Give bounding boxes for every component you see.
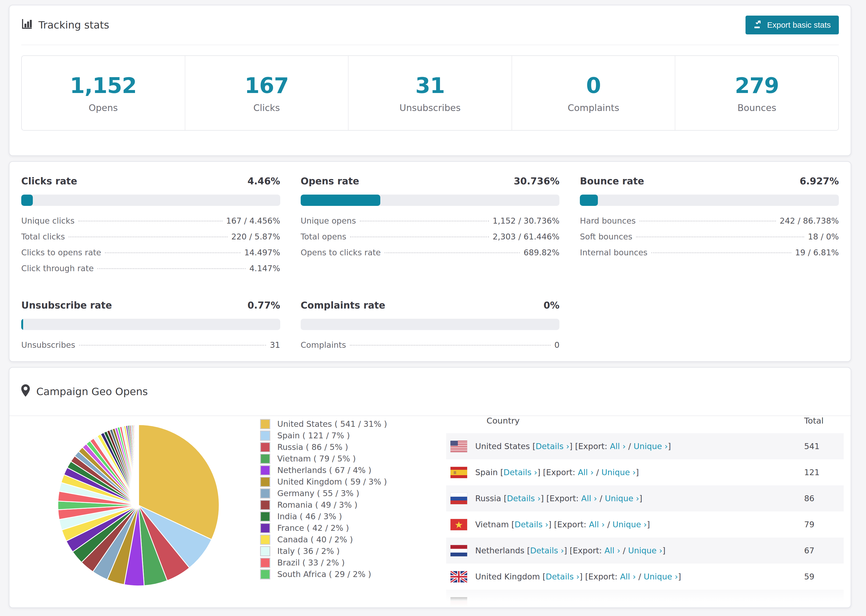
details-link[interactable]: Details › bbox=[504, 468, 537, 477]
summary-tile-unsubscribes: 31Unsubscribes bbox=[348, 56, 512, 130]
legend-swatch bbox=[260, 558, 270, 568]
details-link[interactable]: Details › bbox=[507, 494, 541, 503]
bracket: ] [ bbox=[569, 442, 578, 451]
rate-row-label: Total opens bbox=[301, 232, 346, 241]
slash: / bbox=[636, 572, 644, 581]
dotted-leader bbox=[79, 345, 266, 346]
details-link[interactable]: Details › bbox=[546, 572, 579, 581]
dotted-leader bbox=[350, 345, 551, 346]
total-column-header: Total bbox=[804, 416, 844, 426]
complaints-rate-bar bbox=[301, 319, 560, 330]
map-pin-icon bbox=[21, 384, 30, 399]
rate-row-label: Hard bounces bbox=[580, 216, 636, 225]
legend-swatch bbox=[260, 419, 270, 429]
legend-swatch bbox=[260, 523, 270, 533]
rate-detail-row: Total clicks220 / 5.87% bbox=[21, 232, 280, 248]
export-all-link[interactable]: All › bbox=[620, 572, 636, 581]
bracket: ] bbox=[668, 442, 671, 451]
legend-item-united-states: United States ( 541 / 31% ) bbox=[260, 418, 443, 430]
rates-card: Clicks rate 4.46% Unique clicks167 / 4.4… bbox=[9, 161, 851, 362]
geo-table-row-united-states: United States [Details ›] [Export: All ›… bbox=[446, 433, 844, 459]
dotted-leader bbox=[384, 252, 520, 253]
unsubscribe-rate-bar bbox=[21, 319, 280, 330]
rate-row-label: Unsubscribes bbox=[21, 340, 75, 350]
rate-row-label: Click through rate bbox=[21, 264, 94, 273]
legend-item-brazil: Brazil ( 33 / 2% ) bbox=[260, 557, 443, 569]
bracket: ] bbox=[647, 520, 650, 529]
export-unique-link[interactable]: Unique › bbox=[634, 442, 668, 451]
dotted-leader bbox=[636, 237, 804, 237]
flag-nl-icon bbox=[450, 545, 467, 556]
legend-item-romania: Romania ( 49 / 3% ) bbox=[260, 499, 443, 511]
export-all-link[interactable]: All › bbox=[589, 520, 605, 529]
tile-label: Unsubscribes bbox=[399, 102, 460, 113]
bounce-rate-bar bbox=[580, 195, 839, 206]
unsubscribe-rate-title: Unsubscribe rate bbox=[21, 300, 112, 311]
export-all-link[interactable]: All › bbox=[581, 494, 597, 503]
bounce-rate-title: Bounce rate bbox=[580, 176, 644, 187]
page-title: Tracking stats bbox=[38, 19, 109, 31]
opens-rate-bar bbox=[301, 195, 560, 206]
tile-value: 31 bbox=[415, 73, 444, 98]
legend-swatch bbox=[260, 431, 270, 441]
details-link[interactable]: Details › bbox=[535, 442, 569, 451]
rate-detail-row: Unique clicks167 / 4.456% bbox=[21, 216, 280, 232]
clicks-rate-bar bbox=[21, 195, 280, 206]
bracket: [ bbox=[527, 546, 530, 555]
export-all-link[interactable]: All › bbox=[605, 546, 620, 555]
bracket: ] bbox=[678, 572, 681, 581]
flag-us-icon bbox=[450, 441, 467, 452]
rate-detail-row: Clicks to opens rate14.497% bbox=[21, 248, 280, 264]
pie-legend: United States ( 541 / 31% )Spain ( 121 /… bbox=[260, 418, 443, 580]
country-name: Spain bbox=[475, 468, 500, 477]
dotted-leader bbox=[360, 221, 489, 222]
country-name: Russia bbox=[475, 494, 504, 503]
rate-row-value: 220 / 5.87% bbox=[231, 232, 280, 241]
legend-label: Vietnam ( 79 / 5% ) bbox=[277, 454, 356, 464]
tile-label: Bounces bbox=[737, 102, 776, 113]
export-unique-link[interactable]: Unique › bbox=[644, 572, 678, 581]
tracking-stats-card: Tracking stats Export basic stats 1,152O… bbox=[9, 5, 851, 156]
export-basic-stats-button[interactable]: Export basic stats bbox=[746, 16, 839, 35]
slash: / bbox=[597, 494, 605, 503]
country-total: 541 bbox=[804, 442, 844, 451]
slash: / bbox=[626, 442, 634, 451]
details-link[interactable]: Details › bbox=[530, 546, 564, 555]
slash: / bbox=[594, 468, 601, 477]
rate-row-label: Unique opens bbox=[301, 216, 356, 225]
export-unique-link[interactable]: Unique › bbox=[612, 520, 647, 529]
bracket: [ bbox=[542, 572, 546, 581]
legend-item-vietnam: Vietnam ( 79 / 5% ) bbox=[260, 453, 443, 464]
export-all-link[interactable]: All › bbox=[610, 442, 626, 451]
country-total: 67 bbox=[804, 546, 844, 555]
legend-label: Germany ( 55 / 3% ) bbox=[277, 489, 359, 498]
legend-item-russia: Russia ( 86 / 5% ) bbox=[260, 441, 443, 453]
export-prefix: Export: bbox=[573, 546, 605, 555]
flag-vn-icon bbox=[450, 519, 467, 530]
tracking-stats-header: Tracking stats Export basic stats bbox=[21, 5, 839, 45]
tile-value: 1,152 bbox=[70, 73, 137, 98]
campaign-geo-opens-card: Campaign Geo Opens United States ( 541 /… bbox=[9, 367, 851, 608]
country-total: 121 bbox=[804, 468, 844, 477]
bracket: [ bbox=[512, 520, 515, 529]
legend-label: India ( 46 / 3% ) bbox=[277, 512, 342, 521]
export-all-link[interactable]: All › bbox=[578, 468, 594, 477]
country-name: Netherlands bbox=[475, 546, 527, 555]
complaints-rate-block: Complaints rate 0% Complaints0 bbox=[301, 300, 560, 356]
tile-value: 0 bbox=[586, 73, 601, 98]
rate-row-label: Clicks to opens rate bbox=[21, 248, 101, 257]
clicks-rate-percent: 4.46% bbox=[247, 176, 280, 187]
details-link[interactable]: Details › bbox=[515, 520, 548, 529]
dotted-leader bbox=[350, 237, 489, 237]
flag-es-icon bbox=[450, 467, 467, 478]
legend-item-united-kingdom: United Kingdom ( 59 / 3% ) bbox=[260, 476, 443, 487]
rate-detail-row: Complaints0 bbox=[301, 340, 560, 356]
export-unique-link[interactable]: Unique › bbox=[601, 468, 636, 477]
legend-swatch bbox=[260, 454, 270, 464]
rate-row-value: 167 / 4.456% bbox=[226, 216, 280, 225]
export-unique-link[interactable]: Unique › bbox=[628, 546, 662, 555]
export-unique-link[interactable]: Unique › bbox=[605, 494, 639, 503]
geo-opens-pie-chart bbox=[55, 421, 222, 589]
legend-swatch bbox=[260, 442, 270, 452]
summary-tile-opens: 1,152Opens bbox=[22, 56, 185, 130]
